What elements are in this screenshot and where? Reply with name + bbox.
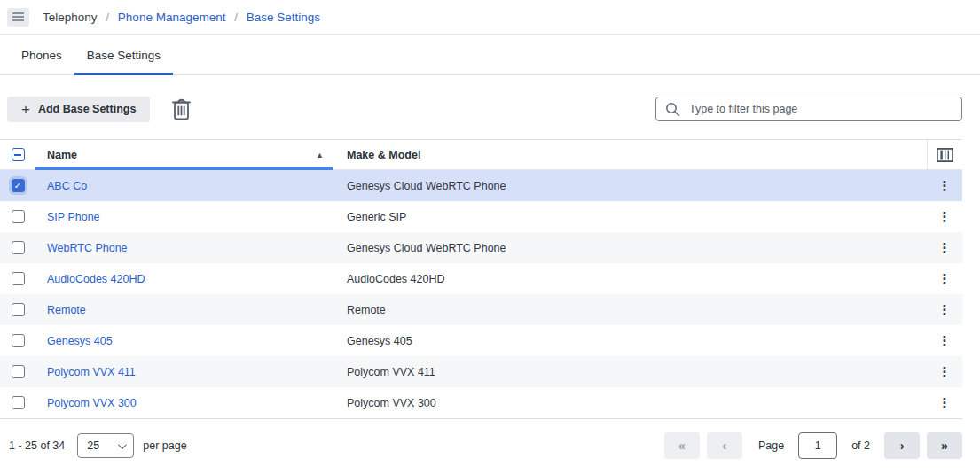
page-number-input[interactable] [798,432,837,459]
tab-phones[interactable]: Phones [9,49,74,74]
row-name-link[interactable]: Polycom VVX 411 [35,366,333,378]
base-settings-table: Name ▲ Make & Model ABC Co Genesys Cloud… [0,139,962,419]
row-kebab-menu-icon[interactable]: ⋮ [938,396,952,409]
column-header-make-model[interactable]: Make & Model [333,149,927,161]
row-name-link[interactable]: Genesys 405 [35,335,333,347]
row-make-model: Genesys 405 [333,335,927,347]
plus-icon: + [21,102,30,117]
breadcrumb-separator: / [106,11,109,24]
row-make-model: AudioCodes 420HD [333,273,927,285]
page-count-label: of 2 [851,439,870,452]
delete-button[interactable] [171,97,192,121]
first-page-button[interactable]: « [664,432,700,459]
tab-base-settings[interactable]: Base Settings [74,49,173,74]
row-kebab-menu-icon[interactable]: ⋮ [938,272,952,285]
search-icon [665,102,680,117]
row-checkbox[interactable] [12,241,25,254]
row-checkbox[interactable] [12,179,25,192]
row-checkbox[interactable] [12,334,25,347]
row-kebab-menu-icon[interactable]: ⋮ [938,241,952,254]
row-make-model: Generic SIP [333,211,927,223]
row-name-link[interactable]: SIP Phone [35,211,333,223]
row-checkbox[interactable] [12,396,25,409]
row-kebab-menu-icon[interactable]: ⋮ [938,365,952,378]
sort-column-underline [35,167,333,170]
row-make-model: Polycom VVX 300 [333,397,927,409]
pager-controls: « ‹ Page of 2 › » [664,432,962,459]
row-range-text: 1 - 25 of 34 [9,439,65,452]
breadcrumb-separator: / [234,11,238,24]
row-name-link[interactable]: Remote [35,304,333,316]
row-name-link[interactable]: ABC Co [35,180,333,192]
row-name-link[interactable]: AudioCodes 420HD [35,273,333,285]
table-row: ABC Co Genesys Cloud WebRTC Phone ⋮ [0,170,962,201]
tab-bar: Phones Base Settings [0,35,980,75]
table-row: Polycom VVX 411 Polycom VVX 411 ⋮ [0,356,962,387]
table-row: Genesys 405 Genesys 405 ⋮ [0,325,962,356]
row-make-model: Remote [333,304,927,316]
page-size-value: 25 [87,439,99,452]
hamburger-icon [12,12,24,14]
top-bar: Telephony / Phone Management / Base Sett… [0,0,980,35]
column-header-name[interactable]: Name ▲ [35,149,333,161]
columns-icon [937,148,953,162]
toolbar: + Add Base Settings [0,96,980,122]
hamburger-menu-button[interactable] [7,8,29,27]
row-checkbox[interactable] [12,210,25,223]
table-header: Name ▲ Make & Model [0,140,962,170]
row-kebab-menu-icon[interactable]: ⋮ [938,334,952,347]
breadcrumb-telephony: Telephony [43,11,98,24]
table-row: Polycom VVX 300 Polycom VVX 300 ⋮ [0,387,962,418]
select-all-checkbox[interactable] [12,148,25,161]
row-checkbox[interactable] [12,365,25,378]
row-checkbox[interactable] [12,303,25,316]
last-page-button[interactable]: » [927,432,962,459]
table-body: ABC Co Genesys Cloud WebRTC Phone ⋮ SIP … [0,170,962,418]
chevron-down-icon [118,440,127,449]
column-picker-button[interactable] [927,140,962,169]
previous-page-button[interactable]: ‹ [707,432,742,459]
row-kebab-menu-icon[interactable]: ⋮ [938,210,952,223]
per-page-label: per page [143,439,186,452]
page-size-select[interactable]: 25 [77,433,134,458]
next-page-button[interactable]: › [884,432,920,459]
row-kebab-menu-icon[interactable]: ⋮ [938,179,952,192]
row-make-model: Genesys Cloud WebRTC Phone [333,180,927,192]
filter-input[interactable] [687,102,953,116]
table-row: WebRTC Phone Genesys Cloud WebRTC Phone … [0,232,962,263]
sort-ascending-icon[interactable]: ▲ [316,151,324,159]
breadcrumb-phone-management-link[interactable]: Phone Management [118,11,226,24]
trash-icon [171,97,192,121]
table-row: Remote Remote ⋮ [0,294,962,325]
row-name-link[interactable]: Polycom VVX 300 [35,397,333,409]
row-checkbox[interactable] [12,272,25,285]
filter-search-box [655,97,962,121]
table-row: AudioCodes 420HD AudioCodes 420HD ⋮ [0,263,962,294]
row-make-model: Polycom VVX 411 [333,366,927,378]
breadcrumb: Telephony / Phone Management / Base Sett… [43,11,320,24]
row-kebab-menu-icon[interactable]: ⋮ [938,303,952,316]
table-row: SIP Phone Generic SIP ⋮ [0,201,962,232]
page-label: Page [758,439,784,452]
add-base-settings-label: Add Base Settings [38,103,136,115]
row-make-model: Genesys Cloud WebRTC Phone [333,242,927,254]
add-base-settings-button[interactable]: + Add Base Settings [7,97,150,122]
row-name-link[interactable]: WebRTC Phone [35,242,333,254]
pagination-footer: 1 - 25 of 34 25 per page « ‹ Page of 2 ›… [0,432,980,459]
breadcrumb-base-settings-link[interactable]: Base Settings [247,11,320,24]
